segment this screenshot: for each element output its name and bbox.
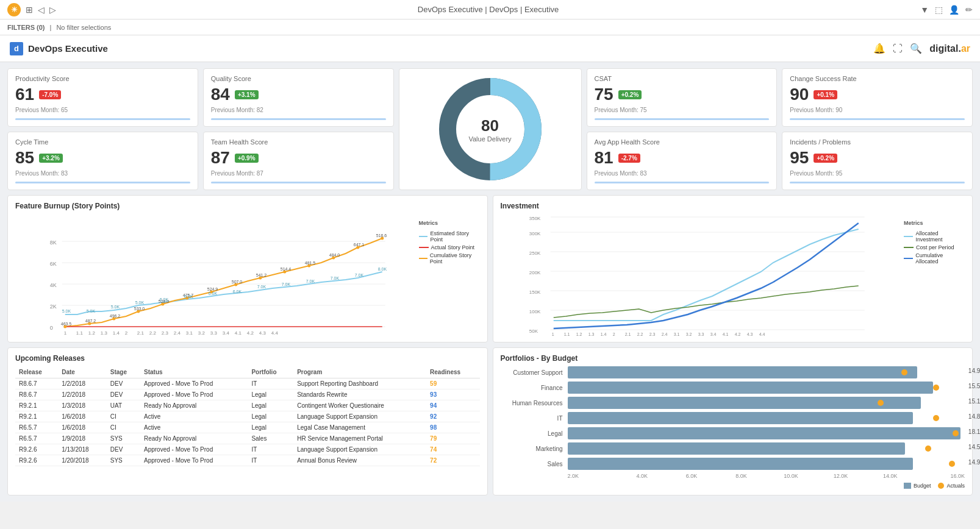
portfolio-label: Customer Support (501, 369, 568, 376)
dash-title: DevOps Executive (28, 43, 108, 54)
svg-text:3.3: 3.3 (698, 332, 704, 336)
portfolio-bar-wrap: 14.9K (568, 366, 965, 378)
x-2k: 2.0K (568, 473, 617, 479)
filter-icon[interactable]: ▼ (920, 5, 929, 15)
portfolio-label: Finance (501, 385, 568, 391)
portfolio-bars: Customer Support 14.9K Finance 15.5K Hum… (501, 366, 965, 470)
dash-logo: d (10, 42, 23, 55)
cell-status: Approved - Move To Prod (140, 455, 248, 466)
portfolio-bar-value: 15.1K (968, 398, 980, 405)
cell-stage: SYS (107, 433, 140, 444)
legend-cost-label: Cost per Period (916, 244, 954, 250)
cell-release: R9.2.1 (15, 400, 58, 411)
app-logo: ☀ (7, 3, 21, 16)
legend-actual-color (419, 247, 429, 248)
table-header-row: Release Date Stage Status Portfolio Prog… (15, 366, 480, 378)
back-icon[interactable]: ◁ (38, 5, 45, 15)
svg-text:2.3: 2.3 (649, 332, 655, 336)
svg-text:1.3: 1.3 (588, 332, 594, 336)
svg-text:5.0K: 5.0K (111, 305, 120, 309)
cell-date: 1/9/2018 (58, 433, 107, 444)
portfolio-label: Marketing (501, 446, 568, 452)
svg-text:5.0K: 5.0K (135, 300, 145, 305)
svg-text:2.2: 2.2 (149, 330, 157, 336)
svg-text:3.2: 3.2 (685, 332, 692, 336)
legend-estimated: Estimated Story Point (419, 230, 480, 243)
top-bar-right: ▼ ⬚ 👤 ✏ (920, 5, 973, 15)
grid-icon[interactable]: ⊞ (26, 5, 33, 15)
cell-release: R9.2.6 (15, 455, 58, 466)
table-row: R8.6.7 1/2/2018 DEV Approved - Move To P… (15, 378, 480, 389)
portfolio-x-axis: 2.0K 4.0K 6.0K 8.0K 10.0K 12.0K 14.0K 16… (568, 473, 965, 479)
svg-text:3.2: 3.2 (198, 330, 206, 336)
svg-text:4.2: 4.2 (247, 330, 254, 336)
investment-svg: 50K 100K 150K 200K 250K 300K 350K (501, 214, 900, 336)
col-release: Release (15, 366, 58, 378)
svg-text:7.0K: 7.0K (282, 282, 291, 286)
cell-readiness: 59 (426, 378, 479, 389)
portfolio-label: Legal (501, 430, 568, 437)
kpi-cycle-time-badge: +3.2% (39, 154, 63, 163)
kpi-team-health-value: 87 (211, 148, 230, 168)
user-icon[interactable]: 👤 (949, 5, 959, 15)
kpi-team-health: Team Health Score 87 +0.9% Previous Mont… (203, 132, 394, 190)
cell-stage: DEV (107, 378, 140, 389)
edit-icon[interactable]: ✏ (965, 5, 973, 15)
portfolio-label: Human Resources (501, 400, 568, 407)
portfolio-bar-wrap: 14.8K (568, 412, 965, 424)
svg-text:3.3: 3.3 (210, 330, 218, 336)
notification-icon[interactable]: 🔔 (873, 43, 885, 54)
svg-text:7.0K: 7.0K (355, 273, 364, 277)
filter-label: FILTERS (0) (7, 24, 45, 31)
x-12k: 12.0K (816, 473, 865, 479)
kpi-quality-label: Quality Score (211, 75, 386, 82)
search-icon[interactable]: 🔍 (910, 43, 922, 54)
kpi-csat-badge: +0.2% (618, 90, 642, 99)
cell-date: 1/13/2018 (58, 444, 107, 455)
cell-date: 1/2/2018 (58, 389, 107, 400)
kpi-csat: CSAT 75 +0.2% Previous Month: 75 (587, 68, 778, 127)
expand-icon[interactable]: ⛶ (893, 43, 903, 54)
svg-text:3.4: 3.4 (710, 332, 716, 336)
filter-status: No filter selections (56, 24, 111, 31)
kpi-csat-prev: Previous Month: 75 (595, 107, 770, 113)
portfolio-dot (953, 430, 959, 436)
legend-allocated-color (904, 236, 913, 237)
legend-cumulative-inv-color (904, 258, 913, 259)
legend-cumulative-color (419, 258, 427, 259)
kpi-incidents-label: Incidents / Problems (790, 138, 965, 146)
cell-status: Active (140, 411, 248, 422)
forward-icon[interactable]: ▷ (49, 5, 56, 15)
top-bar-icons: ⊞ ◁ ▷ (26, 5, 56, 15)
svg-text:463.5: 463.5 (61, 322, 72, 326)
svg-text:6.0K: 6.0K (184, 294, 193, 299)
bottom-row: Upcoming Releases Release Date Stage Sta… (7, 347, 973, 495)
portfolio-bar-row: IT 14.8K (501, 412, 965, 424)
donut-chart: 80 Value Delivery (399, 68, 582, 190)
col-stage: Stage (107, 366, 140, 378)
x-8k: 8.0K (717, 473, 766, 479)
cell-stage: DEV (107, 444, 140, 455)
svg-text:200K: 200K (529, 270, 540, 275)
cell-status: Active (140, 422, 248, 433)
svg-text:533.0: 533.0 (134, 307, 145, 311)
feature-burnup-title: Feature Burnup (Story Points) (15, 202, 480, 210)
table-row: R6.5.7 1/9/2018 SYS Ready No Approval Sa… (15, 433, 480, 444)
table-row: R9.2.1 1/6/2018 CI Active Legal Language… (15, 411, 480, 422)
feature-burnup-legend: Metrics Estimated Story Point Actual Sto… (419, 214, 480, 336)
svg-text:4.3: 4.3 (259, 330, 266, 336)
legend-allocated-label: Allocated Investment (915, 230, 965, 243)
portfolio-dot (878, 400, 884, 406)
cell-release: R6.5.7 (15, 422, 58, 433)
portfolio-bar-bg (568, 366, 917, 378)
portfolio-legend: Budget Actuals (501, 483, 965, 489)
cell-portfolio: IT (248, 444, 293, 455)
svg-text:2.4: 2.4 (661, 332, 667, 336)
kpi-team-health-badge: +0.9% (235, 154, 259, 163)
svg-text:4.1: 4.1 (722, 332, 728, 336)
portfolios-card: Portfolios - By Budget Customer Support … (493, 347, 973, 495)
portfolio-bar-value: 14.8K (968, 413, 980, 420)
svg-text:2.1: 2.1 (137, 330, 145, 336)
share-icon[interactable]: ⬚ (935, 5, 943, 15)
svg-text:4K: 4K (50, 282, 57, 288)
